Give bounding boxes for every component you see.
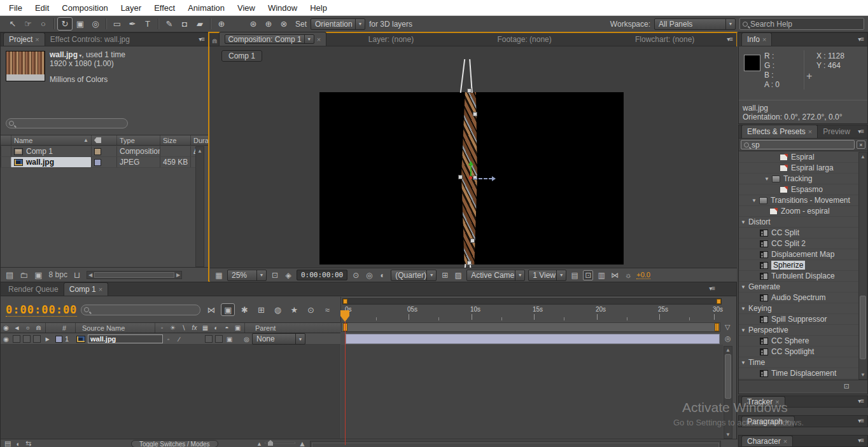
eraser-tool-icon[interactable]: ▰ xyxy=(192,17,207,31)
effects-vertical-scrollbar[interactable]: ▲ ▼ xyxy=(858,152,867,380)
exposure-value[interactable]: +0.0 xyxy=(636,271,650,279)
comp-marker-bin-icon[interactable]: ▽ xyxy=(725,323,730,331)
effects-item-time[interactable]: ▼Time xyxy=(739,357,858,368)
menu-animation[interactable]: Animation xyxy=(181,2,231,14)
viewer-timecode[interactable]: 0:00:00:00 xyxy=(297,270,347,280)
pixel-aspect-correction-icon[interactable]: ▤ xyxy=(570,271,580,280)
pen-tool-icon[interactable]: ✒ xyxy=(125,17,140,31)
parent-dropdown[interactable]: None▼ xyxy=(252,333,305,345)
expand-layer-switches-icon[interactable]: ▤ xyxy=(4,439,11,447)
viewer-tab-layer-none[interactable]: Layer: (none) xyxy=(363,33,419,46)
view-axis-mode-icon[interactable]: ⊗ xyxy=(276,17,291,31)
tab-effects-presets[interactable]: Effects & Presets× xyxy=(741,125,818,138)
panel-menu-icon[interactable]: ▾≡ xyxy=(199,36,204,43)
frame-blend-column-icon[interactable]: ▦ xyxy=(200,324,211,331)
timeline-search-box[interactable] xyxy=(81,305,200,315)
audio-icon[interactable]: ◄ xyxy=(11,324,22,331)
project-search-input[interactable] xyxy=(17,119,127,128)
trash-icon[interactable]: ⊔ xyxy=(74,270,80,280)
tab-paragraph[interactable]: Paragraph× xyxy=(741,416,795,427)
rectangle-tool-icon[interactable]: ▭ xyxy=(109,17,125,31)
column-label-color[interactable] xyxy=(91,135,116,145)
magnification-dropdown[interactable]: 25%▼ xyxy=(227,270,267,281)
comp-flowchart-icon[interactable]: ⋈ xyxy=(610,271,620,280)
selection-handle[interactable] xyxy=(470,238,475,243)
effects-search-input[interactable] xyxy=(752,141,854,149)
puppet-pin-tool-icon[interactable]: ⊕ xyxy=(214,17,229,31)
tab-preview[interactable]: Preview xyxy=(818,125,855,138)
timeline-empty-area[interactable] xyxy=(1,345,340,439)
project-row-wall-jpg[interactable]: wall.jpgJPEG459 KB xyxy=(1,157,195,168)
pan-behind-tool-icon[interactable]: ◎ xyxy=(88,17,103,31)
scroll-up-icon[interactable]: ▲ xyxy=(196,148,204,154)
menu-edit[interactable]: Edit xyxy=(29,2,55,14)
lock-icon[interactable]: ⋒ xyxy=(33,324,44,331)
disclosure-triangle-icon[interactable]: ▼ xyxy=(741,219,746,225)
tab-project[interactable]: Project× xyxy=(3,32,45,46)
transparency-grid-icon[interactable]: ▨ xyxy=(453,271,463,280)
orientation-dropdown[interactable]: Orientation ▼ xyxy=(311,18,365,30)
close-icon[interactable]: × xyxy=(775,398,779,406)
scroll-left-icon[interactable]: ◀ xyxy=(88,272,92,278)
time-ruler[interactable]: 0s05s10s15s20s25s30s xyxy=(340,297,722,322)
effects-item-displacement-map[interactable]: Displacement Map xyxy=(739,249,858,260)
new-folder-icon[interactable]: 🗀 xyxy=(20,270,28,280)
grid-options-icon[interactable]: ▦ xyxy=(214,271,224,280)
panel-menu-icon[interactable]: ▾≡ xyxy=(709,285,715,292)
graph-editor-icon[interactable]: ≈ xyxy=(320,303,334,316)
selection-handle[interactable] xyxy=(467,261,472,265)
menu-help[interactable]: Help xyxy=(304,2,333,14)
expand-transfer-controls-icon[interactable]: ◐ xyxy=(16,440,20,447)
layer-name-field[interactable]: wall.jpg xyxy=(88,334,163,343)
column-type[interactable]: Type xyxy=(116,135,160,145)
effects-item-keying[interactable]: ▼Keying xyxy=(739,303,858,314)
snapshot-icon[interactable]: ⊙ xyxy=(351,271,361,280)
frame-blend-toggle[interactable] xyxy=(205,335,213,343)
quality-column-icon[interactable]: ∖ xyxy=(178,324,189,331)
resolution-dropdown[interactable]: (Quarter)▼ xyxy=(391,270,437,281)
scroll-thumb[interactable] xyxy=(94,272,174,278)
mini-flowchart-icon[interactable]: ⋈ xyxy=(204,303,218,316)
hand-tool-icon[interactable]: ☞ xyxy=(20,17,36,31)
close-icon[interactable]: × xyxy=(783,437,787,445)
local-axis-mode-icon[interactable]: ⊛ xyxy=(246,17,261,31)
effects-item-espasmo[interactable]: Espasmo xyxy=(739,184,858,195)
timeline-zoom-slider[interactable] xyxy=(265,442,295,444)
camera-tool-icon[interactable]: ▣ xyxy=(73,17,88,31)
interpret-footage-icon[interactable]: ▤ xyxy=(6,270,13,280)
timeline-search-input[interactable] xyxy=(92,305,200,314)
type-tool-icon[interactable]: T xyxy=(140,17,155,31)
zoom-tool-icon[interactable]: ○ xyxy=(36,17,51,31)
shy-toggle[interactable]: ◦ xyxy=(163,336,174,343)
panel-menu-icon[interactable]: ▾≡ xyxy=(858,128,864,135)
fast-preview-icon[interactable]: ⊡ xyxy=(583,270,593,280)
disclosure-triangle-icon[interactable]: ▼ xyxy=(752,198,757,203)
effects-item-zoom-espiral[interactable]: Zoom - espiral xyxy=(739,206,858,217)
effects-item-tracking[interactable]: ▼Tracking xyxy=(739,174,858,184)
scroll-up-icon[interactable]: ▲ xyxy=(724,347,732,353)
draft-3d-icon[interactable]: ▣ xyxy=(221,303,235,316)
project-horizontal-scrollbar[interactable]: ◀ ▶ xyxy=(87,271,182,279)
tab-composition[interactable]: Composition: Comp 1 ▼ × xyxy=(219,32,326,46)
scroll-right-icon[interactable]: ▶ xyxy=(176,272,180,278)
channels-icon[interactable]: ◐ xyxy=(377,271,388,280)
view-layout-dropdown[interactable]: 1 View▼ xyxy=(528,270,566,281)
panel-menu-icon[interactable]: ▾≡ xyxy=(858,36,864,43)
brainstorm-icon[interactable]: ★ xyxy=(287,303,301,316)
project-row-comp-1[interactable]: Comp 1CompositionΔ 0:00 xyxy=(1,146,195,157)
comp-camera-icon[interactable]: ◎ xyxy=(725,334,731,343)
search-help-input[interactable] xyxy=(750,20,864,29)
effects-item-espiral-larga[interactable]: Espiral larga xyxy=(739,163,858,174)
expand-in-out-panes-icon[interactable]: ⇆ xyxy=(25,439,31,447)
clear-search-icon[interactable]: × xyxy=(857,141,865,149)
close-icon[interactable]: × xyxy=(785,418,789,425)
solo-icon[interactable]: ○ xyxy=(22,324,33,331)
layer-duration-bar[interactable] xyxy=(346,334,720,344)
cube-3d-column-icon[interactable]: ▣ xyxy=(232,324,243,331)
effects-item-cc-sphere[interactable]: CC Sphere xyxy=(739,336,858,347)
effects-item-cc-split[interactable]: CC Split xyxy=(739,228,858,238)
panel-menu-icon[interactable]: ▾≡ xyxy=(858,397,864,404)
rotation-tool-icon[interactable]: ↻ xyxy=(57,17,73,31)
effects-item-time-displacement[interactable]: Time Displacement xyxy=(739,368,858,379)
composition-viewer[interactable]: Comp 1 xyxy=(210,46,737,268)
